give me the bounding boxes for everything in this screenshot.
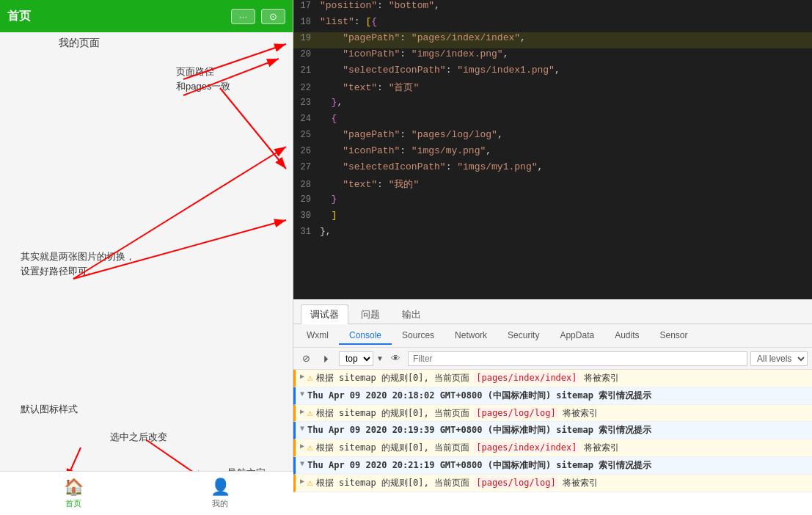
annotation-selectedchange: 选中之后改变: [110, 430, 167, 445]
bottom-tab-bar: 🏠 首页 👤 我的: [0, 471, 293, 515]
line-num-22: 22: [296, 83, 320, 93]
console-msg-2: ▼ Thu Apr 09 2020 20:18:02 GMT+0800 (中国标…: [293, 387, 812, 405]
line-num-23: 23: [296, 98, 320, 108]
subtab-wxml[interactable]: Wxml: [296, 327, 339, 345]
console-msg-3: ▶ ⚠ 根据 sitemap 的规则[0], 当前页面 [pages/log/l…: [293, 405, 812, 423]
code-line-29: 29 }: [293, 194, 812, 210]
dropdown-arrow-icon: ▼: [376, 354, 384, 362]
filter-input[interactable]: [408, 351, 747, 366]
code-line-31: 31 },: [293, 226, 812, 242]
eye-button[interactable]: 👁: [387, 351, 405, 365]
more-button[interactable]: ···: [231, 9, 255, 24]
code-line-25: 25 "pagePath": "pages/log/log",: [293, 129, 812, 145]
subtab-appdata[interactable]: AppData: [549, 327, 604, 345]
line-num-25: 25: [296, 130, 320, 140]
console-msg-6: ▼ Thu Apr 09 2020 20:21:19 GMT+0800 (中国标…: [293, 457, 812, 475]
svg-line-8: [220, 88, 286, 169]
subtab-console[interactable]: Console: [339, 327, 392, 345]
console-toolbar: ⊘ ⏵ top ▼ 👁 All levels: [293, 348, 812, 370]
expand-icon-1[interactable]: ▶: [300, 372, 304, 380]
warn-icon-7: ⚠: [307, 477, 313, 488]
context-select[interactable]: top: [339, 351, 373, 366]
code-line-18: 18 "list": [{: [293, 16, 812, 32]
phone-title: 首页: [7, 9, 31, 24]
my-tab-label: 我的: [212, 498, 228, 509]
home-tab-icon: 🏠: [64, 478, 84, 497]
my-page-label: 我的页面: [59, 37, 293, 50]
expand-icon-4[interactable]: ▼: [300, 424, 304, 432]
subtab-sources[interactable]: Sources: [392, 327, 445, 345]
line-num-31: 31: [296, 227, 320, 237]
console-msg-5: ▶ ⚠ 根据 sitemap 的规则[0], 当前页面 [pages/index…: [293, 439, 812, 457]
devtools-sub-tabs: Wxml Console Sources Network Security Ap…: [293, 324, 812, 348]
line-num-17: 17: [296, 1, 320, 11]
home-tab-label: 首页: [65, 498, 81, 509]
expand-icon-2[interactable]: ▼: [300, 390, 304, 398]
code-line-21: 21 "selectedIconPath": "imgs/index1.png"…: [293, 65, 812, 81]
line-num-18: 18: [296, 17, 320, 27]
my-tab-icon: 👤: [211, 478, 230, 497]
subtab-sensor[interactable]: Sensor: [650, 327, 698, 345]
line-num-28: 28: [296, 180, 320, 190]
console-text-5: 根据 sitemap 的规则[0], 当前页面 [pages/index/ind…: [316, 442, 808, 454]
pause-button[interactable]: ⏵: [318, 351, 336, 365]
console-text-3: 根据 sitemap 的规则[0], 当前页面 [pages/log/log] …: [316, 407, 808, 420]
warn-icon-1: ⚠: [307, 372, 313, 383]
console-text-6: Thu Apr 09 2020 20:21:19 GMT+0800 (中国标准时…: [307, 459, 808, 472]
tab-debugger[interactable]: 调试器: [301, 304, 348, 324]
code-line-26: 26 "iconPath": "imgs/my.png",: [293, 145, 812, 161]
subtab-security[interactable]: Security: [497, 327, 549, 345]
code-line-24: 24 {: [293, 113, 812, 129]
line-num-30: 30: [296, 211, 320, 221]
line-num-26: 26: [296, 146, 320, 156]
console-msg-1: ▶ ⚠ 根据 sitemap 的规则[0], 当前页面 [pages/index…: [293, 370, 812, 387]
console-text-4: Thu Apr 09 2020 20:19:39 GMT+0800 (中国标准时…: [307, 424, 808, 437]
annotation-defaulticon: 默认图标样式: [21, 402, 78, 417]
subtab-network[interactable]: Network: [445, 327, 497, 345]
clear-console-button[interactable]: ⊘: [298, 351, 315, 365]
line-num-21: 21: [296, 65, 320, 76]
home-button[interactable]: ⊙: [261, 9, 285, 24]
bottom-tab-home[interactable]: 🏠 首页: [0, 472, 147, 515]
console-area: ▶ ⚠ 根据 sitemap 的规则[0], 当前页面 [pages/index…: [293, 370, 812, 514]
code-line-17: 17 "position": "bottom",: [293, 0, 812, 16]
subtab-audits[interactable]: Audits: [604, 327, 649, 345]
phone-top-icons: ··· ⊙: [231, 9, 285, 24]
warn-icon-3: ⚠: [307, 407, 313, 418]
console-text-2: Thu Apr 09 2020 20:18:02 GMT+0800 (中国标准时…: [307, 390, 808, 402]
tab-output[interactable]: 输出: [392, 304, 431, 324]
warn-icon-5: ⚠: [307, 442, 313, 453]
line-num-20: 20: [296, 49, 320, 59]
code-editor: 17 "position": "bottom", 18 "list": [{ 1…: [293, 0, 812, 299]
line-num-24: 24: [296, 114, 320, 124]
phone-top-bar: 首页 ··· ⊙: [0, 0, 293, 32]
line-num-29: 29: [296, 194, 320, 205]
console-msg-7: ▶ ⚠ 根据 sitemap 的规则[0], 当前页面 [pages/log/l…: [293, 475, 812, 492]
code-line-20: 20 "iconPath": "imgs/index.png",: [293, 48, 812, 65]
expand-icon-6[interactable]: ▼: [300, 459, 304, 467]
devtools-main-tabs: 调试器 问题 输出: [293, 299, 812, 324]
code-line-22: 22 "text": "首页": [293, 81, 812, 97]
code-line-23: 23 },: [293, 97, 812, 113]
code-line-30: 30 ]: [293, 210, 812, 226]
console-text-7: 根据 sitemap 的规则[0], 当前页面 [pages/log/log] …: [316, 477, 808, 489]
code-line-27: 27 "selectedIconPath": "imgs/my1.png",: [293, 161, 812, 178]
expand-icon-7[interactable]: ▶: [300, 477, 304, 485]
level-select[interactable]: All levels: [750, 351, 808, 366]
annotation-imageswitch: 其实就是两张图片的切换，设置好路径即可。: [21, 249, 135, 278]
console-msg-4: ▼ Thu Apr 09 2020 20:19:39 GMT+0800 (中国标…: [293, 422, 812, 439]
line-num-27: 27: [296, 162, 320, 172]
console-text-1: 根据 sitemap 的规则[0], 当前页面 [pages/index/ind…: [316, 372, 808, 384]
line-num-19: 19: [296, 33, 320, 43]
expand-icon-5[interactable]: ▶: [300, 442, 304, 450]
phone-simulator: 首页 ··· ⊙ 我的页面 页面路径和pages一致 其实就是两张图片的切换，设…: [0, 0, 293, 515]
tab-issues[interactable]: 问题: [351, 304, 389, 324]
code-line-28: 28 "text": "我的": [293, 178, 812, 194]
right-panel: 17 "position": "bottom", 18 "list": [{ 1…: [293, 0, 812, 515]
code-line-19: 19 "pagePath": "pages/index/index",: [293, 32, 812, 48]
bottom-tab-my[interactable]: 👤 我的: [147, 472, 293, 515]
expand-icon-3[interactable]: ▶: [300, 407, 304, 415]
annotation-pagepath: 页面路径和pages一致: [176, 65, 230, 93]
